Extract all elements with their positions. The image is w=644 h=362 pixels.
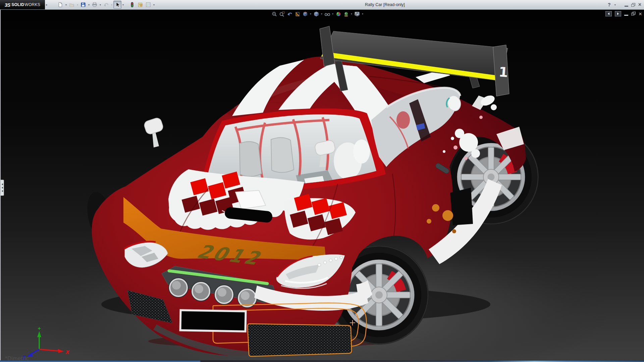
save-dropdown-caret[interactable]: ▾	[87, 1, 91, 8]
edit-appearance-button[interactable]	[334, 10, 342, 17]
help-button[interactable]: ?	[608, 2, 611, 7]
display-style-caret[interactable]: ▾	[320, 12, 323, 15]
display-style-icon	[313, 11, 319, 17]
document-close-button[interactable]: ×	[639, 11, 642, 16]
new-document-button[interactable]	[56, 1, 64, 9]
collapse-left-panel-button[interactable]	[605, 11, 612, 16]
minimize-button[interactable]	[625, 6, 628, 7]
undo-dropdown-caret[interactable]: ▾	[110, 1, 113, 8]
brand-works: WORKS	[24, 2, 40, 7]
side-vent	[450, 188, 473, 225]
options-icon	[146, 2, 151, 7]
zoom-to-area-button[interactable]	[278, 10, 286, 17]
license-plate	[179, 309, 247, 332]
save-button[interactable]	[79, 1, 87, 9]
view-orientation-label: *Dimetric	[5, 355, 29, 361]
restore-button[interactable]	[631, 3, 635, 7]
window-controls: ? ▾ ×	[608, 0, 641, 9]
apply-scene-caret[interactable]: ▾	[350, 12, 353, 15]
zoom-to-fit-icon	[271, 11, 277, 17]
hide-show-items-button[interactable]	[323, 10, 331, 17]
apply-scene-button[interactable]	[342, 10, 350, 17]
rebuild-traffic-light-icon	[129, 2, 135, 7]
file-properties-button[interactable]	[136, 1, 144, 9]
view-settings-caret[interactable]: ▾	[361, 12, 364, 15]
file-properties-icon	[138, 2, 143, 7]
document-minimize-button[interactable]	[624, 15, 628, 16]
decal-race-number: 1	[498, 64, 508, 80]
select-button[interactable]	[113, 1, 121, 9]
model-scene[interactable]: 2012	[1, 9, 644, 361]
select-cursor-icon	[115, 2, 120, 7]
print-icon	[92, 2, 97, 7]
section-view-button[interactable]	[293, 10, 301, 17]
zoom-to-area-icon	[279, 11, 285, 17]
new-dropdown-caret[interactable]: ▾	[64, 1, 68, 8]
zoom-to-fit-button[interactable]	[270, 10, 278, 17]
rebuild-button[interactable]	[128, 1, 136, 9]
previous-view-icon	[287, 11, 293, 17]
view-orientation-icon	[302, 11, 308, 17]
print-dropdown-caret[interactable]: ▾	[99, 1, 102, 8]
open-button[interactable]	[68, 1, 76, 9]
brand-solid: SOLID	[11, 2, 24, 7]
view-orientation-button[interactable]	[301, 10, 309, 17]
print-button[interactable]	[91, 1, 99, 9]
undo-button[interactable]	[102, 1, 110, 9]
help-dropdown-caret[interactable]: ▾	[614, 1, 616, 8]
hide-show-items-icon	[324, 11, 330, 17]
view-settings-icon	[354, 11, 360, 17]
brand-mark: 3S	[5, 2, 10, 8]
close-button[interactable]: ×	[638, 2, 641, 7]
graphics-viewport[interactable]: ▾ ▾ ▾ ▾ ▾ ×	[0, 9, 644, 361]
heads-up-view-toolbar: ▾ ▾ ▾ ▾ ▾	[270, 10, 364, 17]
save-icon	[80, 2, 86, 7]
document-title: Rally Car [Read-only]	[365, 2, 405, 7]
open-icon	[69, 2, 74, 7]
center-bumper-grille[interactable]	[248, 324, 352, 356]
select-dropdown-caret[interactable]: ▾	[121, 1, 125, 8]
display-style-button[interactable]	[312, 10, 320, 17]
options-button[interactable]	[144, 1, 152, 9]
collapse-right-panel-button[interactable]	[615, 11, 621, 16]
main-toolbar: ▾ ▾ ▾ ▾ ▾ ▾	[56, 0, 159, 9]
section-view-icon	[294, 11, 301, 17]
open-dropdown-caret[interactable]: ▾	[76, 1, 79, 8]
solidworks-logo: 3S SOLID WORKS	[0, 0, 45, 9]
left-mirror	[143, 117, 164, 147]
toolbar-expand-icon[interactable]: ▸	[46, 3, 48, 6]
view-orientation-caret[interactable]: ▾	[309, 12, 312, 15]
document-window-controls: ×	[605, 11, 642, 16]
status-strip	[0, 360, 644, 362]
undo-icon	[103, 2, 109, 7]
edit-appearance-icon	[335, 11, 341, 17]
feature-manager-collapsed-tab[interactable]	[1, 180, 4, 196]
title-bar: 3S SOLID WORKS ▸ ▾ ▾ ▾ ▾ ▾ ▾	[0, 0, 644, 10]
apply-scene-icon	[343, 11, 349, 17]
hide-show-items-caret[interactable]: ▾	[331, 12, 334, 15]
document-restore-button[interactable]	[631, 12, 636, 16]
view-settings-button[interactable]	[353, 10, 361, 17]
new-document-icon	[58, 2, 63, 7]
previous-view-button[interactable]	[286, 10, 293, 17]
options-dropdown-caret[interactable]: ▾	[152, 1, 156, 8]
